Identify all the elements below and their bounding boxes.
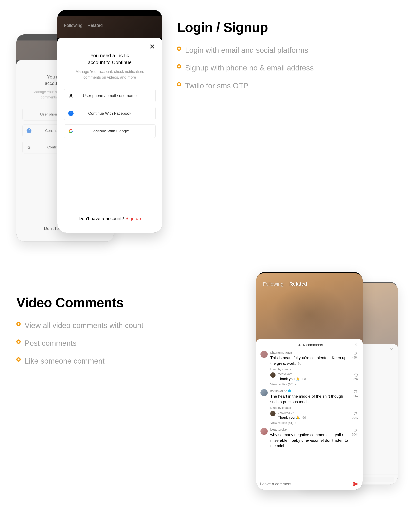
- heart-icon[interactable]: [353, 390, 357, 394]
- close-icon[interactable]: ✕: [354, 342, 358, 347]
- comments-phone-mock: Following Related 13.1K comments ✕: [256, 272, 363, 490]
- signup-link[interactable]: Sign up: [125, 216, 141, 221]
- avatar[interactable]: [270, 411, 275, 416]
- verified-icon: [288, 389, 291, 392]
- chevron-down-icon: ▾: [295, 383, 296, 386]
- feature-text: Login with email and social platforms: [185, 45, 308, 55]
- comments-count: 13.1K comments: [296, 343, 323, 347]
- comment-input[interactable]: [260, 482, 350, 486]
- comment-item: beautbroken why so many negative comment…: [260, 428, 359, 449]
- comment-input-row: [256, 478, 363, 490]
- signup-prompt: Don't have a account? Sign up: [57, 216, 162, 221]
- tab-related[interactable]: Related: [88, 23, 103, 28]
- tab-related[interactable]: Related: [289, 281, 307, 287]
- feature-text: Twillo for sms OTP: [185, 80, 248, 91]
- bullet-icon: [177, 64, 181, 68]
- login-facebook-button[interactable]: f Continue With Facebook: [64, 107, 156, 120]
- reply-item: theavekart • Thank you 🙏 6d 837: [270, 372, 359, 381]
- login-phone-button[interactable]: User phone / email / username: [64, 89, 156, 102]
- heart-icon[interactable]: [353, 428, 357, 432]
- feature-text: View all video comments with count: [25, 320, 143, 331]
- login-phone-mock: Following Related ✕ You need a TicTic ac…: [57, 10, 162, 233]
- login-sheet: ✕ You need a TicTic account to Continue …: [57, 38, 162, 233]
- heart-icon[interactable]: [353, 411, 357, 415]
- avatar[interactable]: [260, 389, 268, 396]
- reply-item: theavekart • Thank you 🙏 6d 2047: [270, 411, 359, 420]
- avatar[interactable]: [260, 351, 268, 358]
- like-count: 9067: [352, 394, 359, 398]
- tab-following[interactable]: Following: [64, 23, 83, 28]
- comment-item: kaitlinkallee The heart in the middle of…: [260, 389, 359, 405]
- feature-text: Like someone comment: [25, 356, 105, 366]
- comment-text: This is beautiful you're so talented. Ke…: [270, 355, 349, 366]
- svg-point-0: [70, 94, 72, 96]
- view-replies-button[interactable]: View replies (66)▾: [270, 382, 359, 386]
- comments-header: 13.1K comments ✕: [256, 339, 363, 351]
- facebook-icon: f: [68, 111, 74, 116]
- comment-text: why so many negative comments......yall …: [270, 432, 349, 449]
- comment-username[interactable]: beautbroken: [270, 428, 349, 431]
- comments-sheet: 13.1K comments ✕ platinumblaque This is …: [256, 339, 363, 490]
- like-count: 2044: [352, 433, 359, 436]
- login-google-button[interactable]: Continue With Google: [64, 124, 156, 138]
- bullet-icon: [16, 339, 21, 344]
- bullet-icon: [177, 82, 181, 86]
- view-replies-button[interactable]: View replies (41)▾: [270, 421, 359, 425]
- reply-username[interactable]: theavekart: [278, 372, 292, 376]
- login-title-line1: You need a TicTic: [90, 53, 129, 58]
- login-subtitle: Manage Your account, check notification,…: [64, 69, 156, 80]
- video-preview: Following Related: [256, 273, 363, 342]
- tab-following[interactable]: Following: [263, 281, 284, 287]
- login-title-line2: account to Continue: [88, 60, 132, 65]
- person-icon: [68, 93, 74, 98]
- comment-text: The heart in the middle of the shirt tho…: [270, 394, 349, 405]
- avatar[interactable]: [270, 372, 275, 378]
- like-count: 4684: [352, 356, 359, 359]
- comment-item: platinumblaque This is beautiful you're …: [260, 351, 359, 366]
- reply-username[interactable]: theavekart: [278, 411, 292, 414]
- heart-icon[interactable]: [353, 351, 357, 355]
- liked-by-creator: Liked by creator: [270, 368, 359, 371]
- login-google-label: Continue With Google: [74, 129, 151, 133]
- bullet-icon: [177, 46, 181, 51]
- login-facebook-label: Continue With Facebook: [74, 111, 151, 116]
- send-icon[interactable]: [353, 481, 359, 487]
- close-icon[interactable]: ✕: [149, 43, 155, 51]
- feature-text: Signup with phone no & email address: [185, 62, 314, 73]
- comments-list[interactable]: platinumblaque This is beautiful you're …: [256, 351, 363, 478]
- avatar[interactable]: [260, 428, 268, 435]
- chevron-down-icon: ▾: [295, 422, 296, 424]
- google-icon: [68, 128, 74, 134]
- liked-by-creator: Liked by creator: [270, 406, 359, 410]
- feature-text: Post comments: [25, 338, 76, 348]
- comment-username[interactable]: platinumblaque: [270, 351, 349, 354]
- login-phone-label: User phone / email / username: [74, 93, 151, 98]
- section-title: Video Comments: [16, 295, 246, 310]
- bullet-icon: [16, 357, 21, 362]
- bullet-icon: [16, 322, 21, 326]
- comment-username[interactable]: kaitlinkallee: [270, 389, 287, 393]
- heart-icon[interactable]: [354, 373, 358, 377]
- section-title: Login / Signup: [177, 20, 404, 35]
